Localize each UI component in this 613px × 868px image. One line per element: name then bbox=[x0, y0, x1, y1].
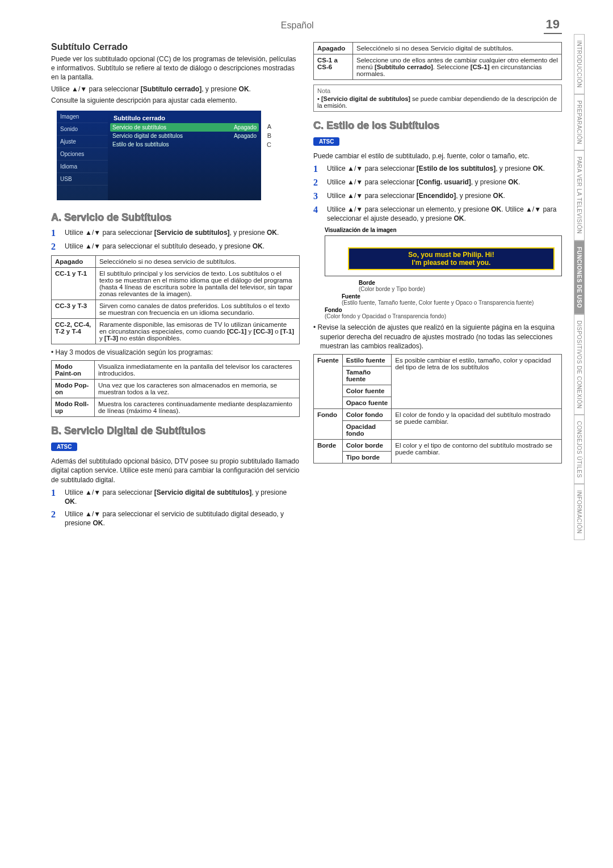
tab-funciones[interactable]: FUNCIONES DE USO bbox=[574, 241, 584, 314]
cell-val: Selecciónelo si no desea Servicio digita… bbox=[352, 43, 561, 54]
osd-nav-ajuste: Ajuste bbox=[57, 136, 108, 148]
note-body: • [Servicio digital de subtítulos] se pu… bbox=[317, 95, 558, 109]
osd-nav-sonido: Sonido bbox=[57, 123, 108, 136]
cell-key: CC-2, CC-4, T-2 y T-4 bbox=[52, 318, 96, 344]
cell-key: Fondo bbox=[314, 408, 343, 439]
up-arrow-icon bbox=[72, 85, 78, 93]
cell-sub: Tipo borde bbox=[342, 451, 392, 463]
step-c2: Utilice / para seleccionar [Config. usua… bbox=[327, 178, 562, 188]
step-num: 2 bbox=[51, 242, 60, 252]
step-c1: Utilice / para seleccionar [Estilo de lo… bbox=[327, 164, 562, 174]
note-box: Nota • [Servicio digital de subtítulos] … bbox=[313, 85, 562, 112]
nav-instruction-2: Consulte la siguiente descripción para a… bbox=[51, 96, 300, 105]
cell-val: Seleccione uno de ellos antes de cambiar… bbox=[352, 54, 561, 80]
cell-val: Muestra los caracteres continuadamente m… bbox=[94, 398, 299, 417]
side-tabs: INTRODUCCIÓN PREPARACIÓN PARA VER LA TEL… bbox=[574, 34, 585, 540]
step-num: 1 bbox=[51, 228, 60, 238]
tab-dispositivos[interactable]: DISPOSITIVOS DE CONEXIÓN bbox=[574, 314, 584, 415]
cell-val: Es posible cambiar el estilo, tamaño, co… bbox=[392, 354, 562, 408]
cell-sub: Tamaño fuente bbox=[342, 366, 392, 385]
diag-fondo-desc: (Color fondo y Opacidad o Transparencia … bbox=[325, 313, 446, 319]
subtitle-sample: So, you must be Philip. Hi! I'm pleased … bbox=[348, 247, 555, 271]
tab-informacion[interactable]: INFORMACIÓN bbox=[574, 484, 584, 540]
osd-row-b: Servicio digital de subtítulosApagado bbox=[110, 132, 259, 140]
cell-sub: Color borde bbox=[342, 439, 392, 451]
diag-fuente-title: Fuente bbox=[342, 293, 360, 300]
section-b-intro: Además del subtitulado opcional básico, … bbox=[51, 457, 300, 484]
cell-key: Fuente bbox=[314, 354, 343, 408]
step-num: 2 bbox=[51, 509, 60, 528]
cell-sub: Color fondo bbox=[342, 408, 392, 420]
cell-key: CS-1 a CS-6 bbox=[314, 54, 353, 80]
cell-sub: Color fuente bbox=[342, 385, 392, 397]
diag-fondo-title: Fondo bbox=[325, 307, 342, 313]
down-arrow-icon bbox=[80, 85, 87, 93]
section-title: Subtítulo Cerrado bbox=[51, 42, 300, 52]
osd-nav: Imagen Sonido Ajuste Opciones Idioma USB bbox=[57, 111, 108, 200]
cell-val: Visualiza inmediatamente en la pantalla … bbox=[94, 361, 299, 380]
cell-key: CC-3 y T-3 bbox=[52, 300, 96, 318]
section-c-head: C. Estilo de los Subtítulos bbox=[313, 120, 562, 132]
cell-sub: Opaco fuente bbox=[342, 397, 392, 408]
osd-row-a: Servicio de subtítulosApagado bbox=[110, 123, 259, 132]
tab-preparacion[interactable]: PREPARACIÓN bbox=[574, 94, 584, 151]
step-a2: Utilice / para seleccionar el subtítulo … bbox=[65, 242, 300, 252]
step-b1: Utilice / para seleccionar [Servicio dig… bbox=[65, 488, 300, 506]
step-c3: Utilice / para seleccionar [Encendido], … bbox=[327, 191, 562, 201]
step-a1: Utilice / para seleccionar [Servicio de … bbox=[65, 228, 300, 238]
table-cs-services: ApagadoSelecciónelo si no desea Servicio… bbox=[313, 42, 562, 80]
section-c-intro: Puede cambiar el estilo de subtitulado, … bbox=[313, 151, 562, 161]
cell-key: Borde bbox=[314, 439, 343, 463]
step-num: 1 bbox=[51, 488, 60, 506]
subtitle-diagram: So, you must be Philip. Hi! I'm pleased … bbox=[325, 235, 562, 277]
cell-val: Raramente disponible, las emisoras de TV… bbox=[95, 318, 299, 344]
step-num: 4 bbox=[313, 205, 322, 223]
diag-borde-title: Borde bbox=[359, 280, 375, 286]
diag-vis-label: Visualización de la imagen bbox=[325, 227, 397, 233]
cell-val: El color de fondo y la opacidad del subt… bbox=[392, 408, 562, 439]
diag-fuente-desc: (Estilo fuente, Tamaño fuente, Color fue… bbox=[342, 300, 534, 306]
intro-text: Puede ver los subtitulado opcional (CC) … bbox=[51, 54, 300, 82]
cell-val: El subtítulo principal y los servicios d… bbox=[95, 267, 299, 300]
table-display-modes: Modo Paint-onVisualiza inmediatamente en… bbox=[51, 360, 300, 417]
step-b2: Utilice / para seleccionar el servicio d… bbox=[65, 509, 300, 528]
step-num: 3 bbox=[313, 191, 322, 201]
step-num: 2 bbox=[313, 178, 322, 188]
cell-key: Modo Pop-on bbox=[52, 380, 95, 398]
osd-nav-opciones: Opciones bbox=[57, 148, 108, 161]
atsc-badge: ATSC bbox=[51, 443, 77, 451]
section-a-head: A. Servicio de Subtítulos bbox=[51, 212, 300, 224]
callout-a: A bbox=[267, 123, 271, 130]
cell-val: El color y el tipo de contorno del subtí… bbox=[392, 439, 562, 463]
osd-row-c: Estilo de los subtítulos bbox=[110, 140, 259, 149]
cell-key: Modo Roll-up bbox=[52, 398, 95, 417]
tab-consejos[interactable]: CONSEJOS ÚTILES bbox=[574, 415, 584, 484]
osd-nav-usb: USB bbox=[57, 173, 108, 186]
callout-b: B bbox=[267, 132, 271, 139]
cell-sub: Estilo fuente bbox=[342, 354, 392, 366]
tab-para-ver[interactable]: PARA VER LA TELEVISIÓN bbox=[574, 150, 584, 240]
section-b-head: B. Servicio Digital de Subtítulos bbox=[51, 425, 300, 437]
atsc-badge: ATSC bbox=[313, 137, 339, 146]
osd-header: Subtítulo cerrado bbox=[110, 113, 259, 123]
cell-val: Una vez que los caracteres son almacenad… bbox=[94, 380, 299, 398]
step-c4: Utilice / para seleccionar un elemento, … bbox=[327, 205, 562, 223]
cell-val: Sirven como canales de datos preferidos.… bbox=[95, 300, 299, 318]
cell-key: Apagado bbox=[314, 43, 353, 54]
nav-instruction-1: Utilice / para seleccionar [Subtítulo ce… bbox=[51, 85, 300, 94]
cell-key: CC-1 y T-1 bbox=[52, 267, 96, 300]
cell-key: Apagado bbox=[52, 255, 96, 267]
diag-borde-desc: (Color borde y Tipo borde) bbox=[359, 286, 425, 292]
review-note: Revise la selección de ajustes que reali… bbox=[320, 323, 562, 351]
note-label: Nota bbox=[317, 87, 558, 94]
callout-c: C bbox=[267, 141, 271, 148]
cell-sub: Opacidad fondo bbox=[342, 420, 392, 439]
table-style-settings: Fuente Estilo fuente Es posible cambiar … bbox=[313, 354, 562, 464]
page-number: 19 bbox=[544, 17, 562, 34]
tab-introduccion[interactable]: INTRODUCCIÓN bbox=[574, 34, 584, 94]
osd-nav-idioma: Idioma bbox=[57, 161, 108, 173]
cell-val: Selecciónelo si no desea servicio de sub… bbox=[95, 255, 299, 267]
osd-nav-imagen: Imagen bbox=[57, 111, 108, 123]
cell-key: Modo Paint-on bbox=[52, 361, 95, 380]
osd-screenshot: Imagen Sonido Ajuste Opciones Idioma USB… bbox=[57, 111, 261, 200]
